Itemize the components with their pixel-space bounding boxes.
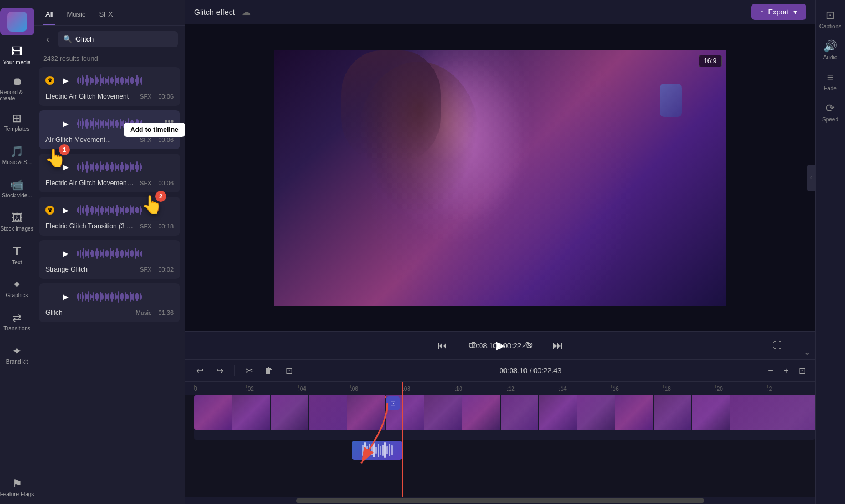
stock-images-icon: 🖼 bbox=[12, 212, 23, 223]
search-panel: All Music SFX ‹ 🔍 2432 results found ♛ ▶… bbox=[34, 0, 185, 504]
right-panel-fade[interactable]: ≡ Fade bbox=[817, 67, 844, 95]
main-area: Glitch effect ☁ ↑ Export ▾ 16:9 ‹ bbox=[185, 0, 815, 504]
undo-button[interactable]: ↩ bbox=[192, 363, 207, 379]
ruler-mark: :10 bbox=[455, 386, 507, 392]
redo-button[interactable]: ↪ bbox=[212, 363, 227, 379]
sidebar-item-label: Text bbox=[12, 259, 22, 266]
play-button[interactable]: ▶ bbox=[59, 160, 72, 174]
more-options-button[interactable]: ••• bbox=[162, 115, 176, 128]
sidebar-item-record-create[interactable]: ⏺ Record & create bbox=[0, 72, 34, 105]
sidebar-item-templates[interactable]: ⊞ Templates bbox=[0, 105, 34, 139]
ruler-marks: 0 :02 :04 :06 :08 :10 :12 :14 :16 :18 :2… bbox=[194, 386, 815, 392]
result-item[interactable]: ▶ Glitch Music 01:36 bbox=[39, 283, 180, 322]
ruler-mark: 0 bbox=[194, 386, 246, 392]
play-button[interactable]: ▶ bbox=[59, 117, 72, 130]
results-list: ♛ ▶ Electric Air Glitch Movement SFX 00:… bbox=[34, 67, 185, 504]
search-tabs: All Music SFX bbox=[34, 0, 185, 26]
brand-kit-icon: ✦ bbox=[12, 345, 22, 357]
toolbar-separator bbox=[234, 365, 235, 376]
timeline-scrollbar-thumb[interactable] bbox=[296, 498, 704, 503]
ruler-mark: :06 bbox=[350, 386, 403, 392]
result-meta: SFX 00:06 bbox=[140, 180, 174, 186]
sidebar-item-transitions[interactable]: ⇄ Transitions bbox=[0, 305, 34, 338]
video-preview: 16:9 bbox=[274, 50, 726, 306]
tab-music[interactable]: Music bbox=[64, 7, 88, 25]
skip-back-button[interactable]: ⏮ bbox=[434, 337, 451, 354]
expand-panel-button[interactable]: ⌄ bbox=[803, 347, 811, 357]
play-button[interactable]: ▶ bbox=[59, 290, 72, 303]
ruler-mark: :12 bbox=[507, 386, 559, 392]
back-button[interactable]: ‹ bbox=[41, 33, 54, 46]
play-button[interactable]: ▶ bbox=[59, 203, 72, 217]
sidebar-item-stock-images[interactable]: 🖼 Stock images bbox=[0, 205, 34, 238]
picture-in-picture-button[interactable]: ⊡ bbox=[281, 363, 297, 379]
delete-button[interactable]: 🗑 bbox=[261, 363, 277, 379]
top-bar: Glitch effect ☁ ↑ Export ▾ bbox=[185, 0, 815, 24]
video-track-row: ⊡ bbox=[185, 395, 815, 440]
result-item[interactable]: ▶ Electric Air Glitch Movement... SFX 00… bbox=[39, 154, 180, 192]
ruler-mark: :16 bbox=[611, 386, 663, 392]
video-thumb bbox=[539, 395, 577, 430]
right-panel-audio[interactable]: 🔊 Audio bbox=[817, 35, 844, 64]
video-track[interactable]: ⊡ bbox=[194, 395, 815, 440]
cut-button[interactable]: ✂ bbox=[241, 363, 257, 379]
sidebar-item-label: Brand kit bbox=[6, 359, 28, 365]
result-title: Electric Air Glitch Movement bbox=[45, 93, 129, 100]
sidebar-item-music-sfx[interactable]: 🎵 Music & S... bbox=[0, 139, 34, 172]
result-item[interactable]: ♛ ▶ Electric Glitch Transition (3 it... … bbox=[39, 197, 180, 236]
video-thumb bbox=[194, 395, 232, 430]
premium-badge: ♛ bbox=[45, 206, 54, 215]
zoom-in-button[interactable]: + bbox=[780, 364, 793, 378]
search-input[interactable] bbox=[75, 31, 172, 47]
timeline-scrollbar[interactable] bbox=[185, 497, 815, 504]
result-title: Electric Glitch Transition (3 it... bbox=[45, 222, 134, 230]
export-button[interactable]: ↑ Export ▾ bbox=[751, 4, 806, 20]
zoom-controls: − + ⊡ bbox=[764, 364, 808, 378]
playback-controls: ⏮ ↺ ▶ ↻ ⏭ 00:08.10 / 00:22.43 ⛶ ⌄ bbox=[185, 331, 815, 360]
play-button[interactable]: ▶ bbox=[59, 74, 72, 87]
waveform bbox=[77, 159, 142, 175]
sidebar-item-text[interactable]: T Text bbox=[0, 238, 34, 272]
video-thumb bbox=[654, 395, 691, 430]
fullscreen-button[interactable]: ⛶ bbox=[773, 340, 782, 350]
right-panel-captions[interactable]: ⊡ Captions bbox=[817, 4, 844, 33]
project-title: Glitch effect bbox=[194, 8, 235, 17]
timeline-area: ↩ ↪ ✂ 🗑 ⊡ 00:08.10 / 00:22.43 − + ⊡ 0 :0… bbox=[185, 360, 815, 504]
skip-forward-button[interactable]: ⏭ bbox=[549, 337, 567, 354]
timeline-toolbar: ↩ ↪ ✂ 🗑 ⊡ 00:08.10 / 00:22.43 − + ⊡ bbox=[185, 360, 815, 382]
transitions-icon: ⇄ bbox=[12, 312, 22, 323]
stock-video-icon: 📹 bbox=[10, 179, 24, 190]
waveform bbox=[77, 246, 142, 261]
result-item[interactable]: ♛ ▶ Electric Air Glitch Movement SFX 00:… bbox=[39, 67, 180, 106]
right-panel-speed[interactable]: ⟳ Speed bbox=[817, 98, 844, 126]
result-meta: Music 01:36 bbox=[136, 309, 174, 316]
sidebar-item-label: Transitions bbox=[3, 325, 30, 332]
graphics-icon: ✦ bbox=[12, 279, 22, 290]
collapse-right-panel-button[interactable]: ‹ bbox=[807, 165, 815, 191]
sidebar-item-brand-kit[interactable]: ✦ Brand kit bbox=[0, 338, 34, 371]
tab-all[interactable]: All bbox=[43, 7, 55, 25]
time-display: 00:08.10 / 00:22.43 bbox=[469, 342, 531, 350]
feature-flags-icon: ⚑ bbox=[12, 478, 22, 489]
sidebar-item-stock-video[interactable]: 📹 Stock vide... bbox=[0, 172, 34, 205]
waveform bbox=[77, 289, 142, 304]
play-button[interactable]: ▶ bbox=[59, 247, 72, 260]
sfx-clip[interactable] bbox=[352, 441, 403, 460]
music-sfx-icon: 🎵 bbox=[10, 146, 24, 157]
speed-icon: ⟳ bbox=[826, 101, 835, 115]
sidebar-item-your-media[interactable]: 🎞 Your media bbox=[0, 39, 34, 72]
result-item[interactable]: ▶ Strange Glitch SFX 00:02 bbox=[39, 240, 180, 279]
result-item[interactable]: ••• ▶ Air Glitch Movement... SFX 00:06 A… bbox=[39, 110, 180, 149]
video-thumb bbox=[577, 395, 615, 430]
waveform bbox=[77, 202, 142, 218]
ruler-mark: :08 bbox=[403, 386, 455, 392]
results-count: 2432 results found bbox=[34, 53, 185, 67]
sidebar-item-label: Music & S... bbox=[2, 159, 32, 165]
fit-to-window-button[interactable]: ⊡ bbox=[795, 364, 808, 378]
zoom-out-button[interactable]: − bbox=[764, 364, 777, 378]
sidebar-item-graphics[interactable]: ✦ Graphics bbox=[0, 272, 34, 305]
sidebar-item-feature-flags[interactable]: ⚑ Feature Flags bbox=[0, 471, 34, 504]
sidebar-item-label: Templates bbox=[4, 126, 30, 132]
tab-sfx[interactable]: SFX bbox=[96, 7, 115, 25]
result-meta: SFX 00:18 bbox=[140, 223, 174, 230]
